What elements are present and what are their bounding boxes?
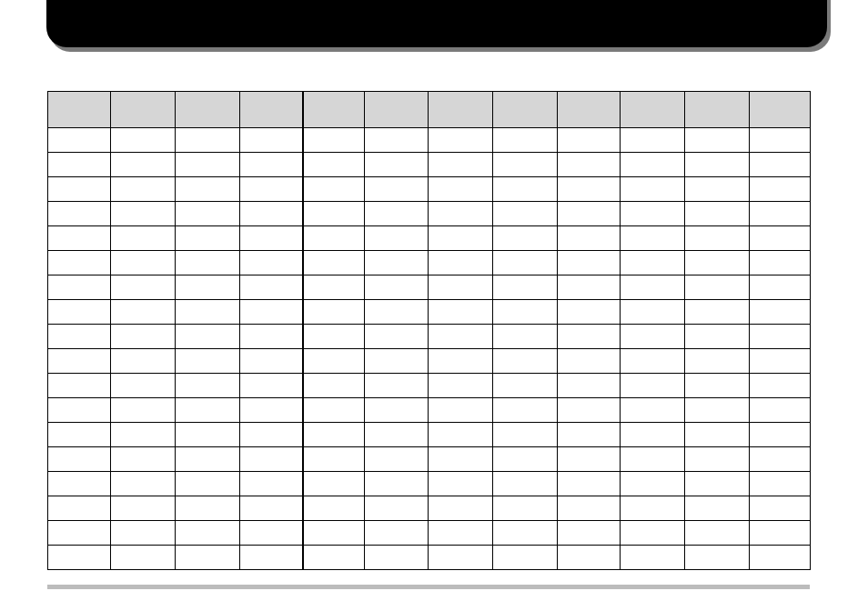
table-cell xyxy=(558,374,621,398)
table-cell xyxy=(111,398,176,423)
table-cell xyxy=(303,275,365,300)
table-cell xyxy=(621,398,685,423)
table-row xyxy=(48,374,811,398)
table-cell xyxy=(558,300,621,325)
table-cell xyxy=(48,349,111,374)
table-cell xyxy=(621,153,685,177)
table-cell xyxy=(558,275,621,300)
table-cell xyxy=(240,325,303,349)
table-cell xyxy=(621,251,685,275)
table-cell xyxy=(558,423,621,447)
table-cell xyxy=(240,521,303,546)
table-cell xyxy=(685,226,750,251)
table-header-cell xyxy=(621,92,685,128)
table-cell xyxy=(493,226,558,251)
table-cell xyxy=(240,472,303,496)
table-cell xyxy=(621,325,685,349)
table-cell xyxy=(493,251,558,275)
table-cell xyxy=(558,153,621,177)
table-header-cell xyxy=(365,92,429,128)
table-cell xyxy=(429,398,493,423)
table-cell xyxy=(303,251,365,275)
table-cell xyxy=(303,349,365,374)
table-header-cell xyxy=(303,92,365,128)
table-cell xyxy=(621,374,685,398)
table-cell xyxy=(493,398,558,423)
table-cell xyxy=(685,128,750,153)
table-cell xyxy=(176,128,240,153)
table-cell xyxy=(240,128,303,153)
table-cell xyxy=(365,423,429,447)
table-cell xyxy=(365,496,429,521)
table-row xyxy=(48,226,811,251)
table-cell xyxy=(685,472,750,496)
table-cell xyxy=(176,177,240,202)
table-cell xyxy=(621,177,685,202)
table-cell xyxy=(493,153,558,177)
table-cell xyxy=(750,226,811,251)
table-cell xyxy=(750,374,811,398)
table-cell xyxy=(365,349,429,374)
table-cell xyxy=(493,349,558,374)
table-cell xyxy=(493,325,558,349)
table-cell xyxy=(685,202,750,226)
table-cell xyxy=(493,472,558,496)
table-cell xyxy=(111,496,176,521)
table-cell xyxy=(240,447,303,472)
table-cell xyxy=(48,177,111,202)
table-cell xyxy=(48,153,111,177)
table-cell xyxy=(493,546,558,570)
table-cell xyxy=(240,177,303,202)
table-cell xyxy=(365,128,429,153)
table-cell xyxy=(48,128,111,153)
table-cell xyxy=(176,496,240,521)
table-cell xyxy=(429,496,493,521)
table-cell xyxy=(685,447,750,472)
table-cell xyxy=(750,325,811,349)
table-header-cell xyxy=(685,92,750,128)
table-row xyxy=(48,398,811,423)
table-cell xyxy=(621,472,685,496)
table-cell xyxy=(493,496,558,521)
table-cell xyxy=(48,496,111,521)
table-cell xyxy=(240,226,303,251)
table-cell xyxy=(48,202,111,226)
table-row xyxy=(48,546,811,570)
table-cell xyxy=(685,275,750,300)
table-cell xyxy=(685,374,750,398)
table-cell xyxy=(429,153,493,177)
table-header-row xyxy=(48,92,811,128)
table-cell xyxy=(111,300,176,325)
table-cell xyxy=(493,275,558,300)
table-cell xyxy=(303,398,365,423)
table-cell xyxy=(621,546,685,570)
table-cell xyxy=(621,423,685,447)
table-cell xyxy=(111,177,176,202)
table-cell xyxy=(176,349,240,374)
table-cell xyxy=(176,398,240,423)
table-cell xyxy=(493,423,558,447)
table-cell xyxy=(111,521,176,546)
table-cell xyxy=(558,325,621,349)
table-cell xyxy=(493,300,558,325)
table-cell xyxy=(750,496,811,521)
table-cell xyxy=(429,447,493,472)
table-cell xyxy=(429,374,493,398)
table-row xyxy=(48,128,811,153)
table-header-cell xyxy=(111,92,176,128)
table-cell xyxy=(48,374,111,398)
table-cell xyxy=(176,325,240,349)
table-cell xyxy=(558,546,621,570)
table-cell xyxy=(111,447,176,472)
table-cell xyxy=(111,153,176,177)
table-cell xyxy=(240,153,303,177)
table-cell xyxy=(493,202,558,226)
table-cell xyxy=(429,423,493,447)
table-cell xyxy=(240,275,303,300)
table-cell xyxy=(176,226,240,251)
table-header-cell xyxy=(240,92,303,128)
table-cell xyxy=(303,325,365,349)
header-banner xyxy=(46,0,827,47)
table-cell xyxy=(558,398,621,423)
table-cell xyxy=(365,275,429,300)
